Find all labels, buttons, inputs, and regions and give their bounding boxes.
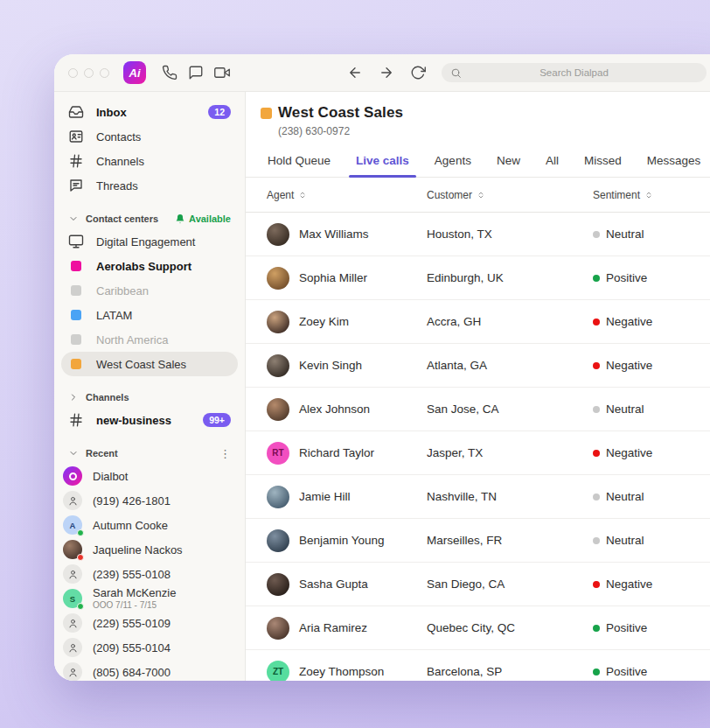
traffic-lights <box>68 68 109 78</box>
sentiment-dot <box>593 318 600 326</box>
contact-center-label: Digital Engagement <box>96 235 195 248</box>
sentiment-dot <box>593 406 600 413</box>
recent-item[interactable]: (919) 426-1801 <box>61 488 238 513</box>
back-arrow-icon <box>347 65 363 80</box>
contact-centers-header[interactable]: Contact centers Available <box>61 208 238 229</box>
close-window-button[interactable] <box>68 68 78 78</box>
sentiment-label: Neutral <box>606 402 644 416</box>
table-row[interactable]: Alex JohnsonSan Jose, CANeutral <box>246 388 710 431</box>
agent-cell: ZTZoey Thompson <box>267 661 427 682</box>
sidebar-item-label: Contacts <box>96 130 141 144</box>
agent-cell: Sasha Gupta <box>267 573 427 596</box>
center-color-swatch <box>71 285 81 296</box>
table-row[interactable]: Jamie HillNashville, TNNeutral <box>246 475 710 519</box>
forward-button[interactable] <box>373 60 400 86</box>
contact-center-north-america[interactable]: North America <box>61 327 238 352</box>
recent-item[interactable]: (805) 684-7000 <box>61 660 238 681</box>
contact-center-west-coast-sales[interactable]: West Coast Sales <box>61 352 238 376</box>
search-input[interactable] <box>442 63 707 82</box>
agent-name: Alex Johnson <box>299 402 370 416</box>
sidebar-item-threads[interactable]: Threads <box>61 173 238 198</box>
minimize-window-button[interactable] <box>84 68 94 78</box>
sentiment-cell: Negative <box>593 315 710 328</box>
tab-agents[interactable]: Agents <box>434 146 472 177</box>
recent-item[interactable]: Jaqueline Nackos <box>61 537 238 562</box>
tab-new[interactable]: New <box>496 146 521 177</box>
recent-item[interactable]: SSarah McKenzieOOO 7/11 - 7/15 <box>61 586 238 611</box>
recent-item[interactable]: (229) 555-0109 <box>61 611 238 635</box>
column-header-customer[interactable]: Customer <box>427 189 593 201</box>
contact-center-label: LATAM <box>96 309 132 322</box>
avatar: ZT <box>267 661 289 682</box>
messages-button[interactable] <box>183 60 209 86</box>
back-button[interactable] <box>342 60 368 86</box>
monitor-icon <box>68 234 84 249</box>
maximize-window-button[interactable] <box>100 68 109 78</box>
customer-cell: Edinburgh, UK <box>427 271 593 284</box>
table-row[interactable]: Max WilliamsHouston, TXNeutral <box>246 213 710 256</box>
table-row[interactable]: ZTZoey ThompsonBarcelona, SPPositive <box>246 650 710 681</box>
contact-center-latam[interactable]: LATAM <box>61 303 238 327</box>
table-row[interactable]: RTRichard TaylorJasper, TXNegative <box>246 431 710 475</box>
channels-section-header[interactable]: Channels <box>61 387 238 408</box>
recent-item[interactable]: (239) 555-0108 <box>61 562 238 586</box>
recent-item[interactable]: AAutumn Cooke <box>61 513 238 537</box>
contact-center-caribbean[interactable]: Caribbean <box>61 278 238 303</box>
tab-missed[interactable]: Missed <box>583 146 623 177</box>
recent-item[interactable]: Dialbot <box>61 464 238 488</box>
sentiment-dot <box>593 625 600 632</box>
contact-center-digital-engagement[interactable]: Digital Engagement <box>61 229 238 254</box>
avatar <box>63 638 82 657</box>
avatar <box>267 573 289 596</box>
sidebar-item-inbox[interactable]: Inbox12 <box>61 100 238 124</box>
table-row[interactable]: Sasha GuptaSan Diego, CANegative <box>246 563 710 606</box>
customer-cell: Nashville, TN <box>427 490 593 503</box>
recent-item[interactable]: (209) 555-0104 <box>61 635 238 660</box>
refresh-button[interactable] <box>405 60 431 86</box>
sentiment-cell: Negative <box>593 359 710 372</box>
recent-options-icon[interactable]: ⋮ <box>219 448 231 459</box>
main-panel: West Coast Sales (238) 630-0972 Hold Que… <box>246 92 710 681</box>
phone-button[interactable] <box>157 60 183 86</box>
column-label: Sentiment <box>593 189 640 201</box>
table-row[interactable]: Kevin SinghAtlanta, GANegative <box>246 344 710 388</box>
search-bar[interactable] <box>442 63 707 82</box>
page-title: West Coast Sales <box>278 104 403 122</box>
tab-hold-queue[interactable]: Hold Queue <box>267 146 331 177</box>
tab-messages[interactable]: Messages <box>646 146 702 177</box>
recent-item-label: Dialbot <box>93 470 128 483</box>
agent-cell: Zoey Kim <box>267 311 427 333</box>
center-color-swatch <box>71 359 81 369</box>
column-header-sentiment[interactable]: Sentiment <box>593 189 710 201</box>
contact-centers-list: Digital EngagementAerolabs SupportCaribb… <box>61 229 238 376</box>
inbox-icon <box>68 104 84 120</box>
sentiment-label: Negative <box>606 578 652 591</box>
sentiment-dot <box>593 231 600 238</box>
table-row[interactable]: Aria RamirezQuebec City, QCPositive <box>246 606 710 650</box>
tab-all[interactable]: All <box>545 146 560 177</box>
table-row[interactable]: Benjamin YoungMarseilles, FRNeutral <box>246 519 710 563</box>
avatar <box>267 311 289 333</box>
recent-section-header[interactable]: Recent ⋮ <box>61 443 238 464</box>
person-icon <box>67 618 79 629</box>
tab-live-calls[interactable]: Live calls <box>355 146 410 177</box>
unread-badge: 12 <box>208 105 231 120</box>
center-color-swatch <box>71 334 81 345</box>
avatar-wrap <box>63 638 82 657</box>
availability-status[interactable]: Available <box>175 214 231 224</box>
sidebar-item-contacts[interactable]: Contacts <box>61 124 238 149</box>
table-row[interactable]: Zoey KimAccra, GHNegative <box>246 300 710 344</box>
meetings-button[interactable] <box>209 60 235 86</box>
channel-new-business[interactable]: new-business99+ <box>61 408 238 432</box>
table-row[interactable]: Sophia MillerEdinburgh, UKPositive <box>246 256 710 300</box>
contact-center-label: Caribbean <box>96 284 149 298</box>
app-window: Ai Inbox12ContactsChannelsThreads Contac… <box>54 54 710 681</box>
contact-center-color-swatch <box>261 108 272 119</box>
agent-cell: Max Williams <box>267 223 427 246</box>
contact-center-aerolabs-support[interactable]: Aerolabs Support <box>61 254 238 278</box>
sentiment-dot <box>593 494 600 500</box>
column-header-agent[interactable]: Agent <box>267 189 427 201</box>
sidebar-item-channels[interactable]: Channels <box>61 149 238 173</box>
sentiment-dot <box>593 668 600 676</box>
center-color-swatch <box>71 261 81 271</box>
